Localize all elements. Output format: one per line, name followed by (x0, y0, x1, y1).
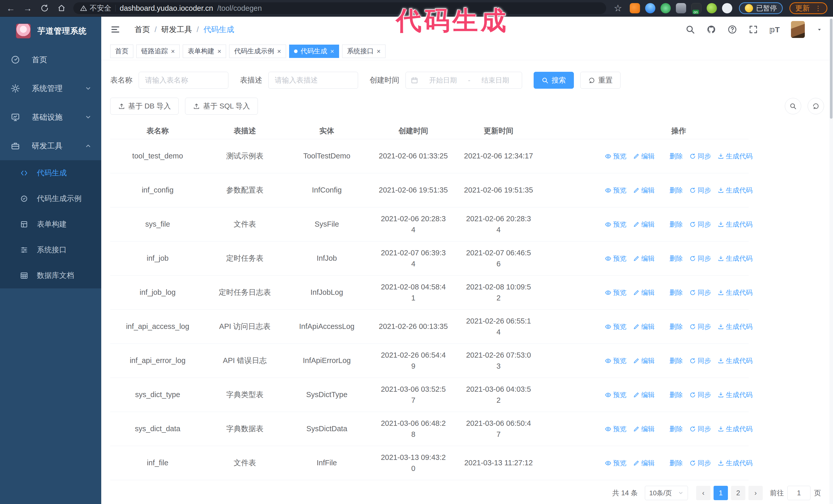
action-edit-link[interactable]: 编辑 (633, 151, 654, 161)
breadcrumb-item[interactable]: 首页 (135, 24, 150, 35)
caret-down-icon[interactable] (816, 26, 823, 33)
bookmark-star-icon[interactable]: ☆ (613, 3, 623, 14)
action-sync-link[interactable]: 同步 (689, 458, 711, 468)
toggle-search-button[interactable] (785, 98, 801, 114)
sidebar-submenu-item[interactable]: 代码生成 (0, 160, 101, 186)
create-time-range-picker[interactable]: 开始日期 - 结束日期 (405, 72, 522, 89)
extension-icon[interactable] (661, 3, 671, 13)
scrollbar-thumb[interactable] (830, 19, 832, 119)
action-sync-link[interactable]: 同步 (689, 390, 711, 400)
help-icon[interactable] (728, 25, 737, 34)
close-icon[interactable]: × (330, 48, 334, 55)
action-eye-link[interactable]: 预览 (605, 254, 626, 264)
action-edit-link[interactable]: 编辑 (633, 219, 654, 230)
close-icon[interactable]: × (171, 48, 175, 55)
action-eye-link[interactable]: 预览 (605, 219, 626, 230)
next-page-button[interactable]: › (748, 486, 763, 500)
extension-icon[interactable] (676, 3, 686, 13)
fullscreen-icon[interactable] (748, 25, 758, 34)
action-sync-link[interactable]: 同步 (689, 322, 711, 332)
extension-icon[interactable] (630, 3, 640, 13)
import-sql-button[interactable]: 基于 SQL 导入 (185, 98, 258, 115)
extension-icon[interactable] (645, 3, 656, 13)
textsize-icon[interactable]: 𝕡T (769, 25, 780, 34)
page-button-2[interactable]: 2 (731, 486, 745, 500)
table-desc-input[interactable] (268, 72, 358, 89)
github-icon[interactable] (706, 25, 716, 34)
sidebar-submenu-item[interactable]: 数据库文档 (0, 263, 101, 288)
import-db-button[interactable]: 基于 DB 导入 (110, 98, 178, 115)
close-icon[interactable]: × (377, 48, 381, 55)
search-icon[interactable] (685, 25, 695, 34)
action-eye-link[interactable]: 预览 (605, 288, 626, 297)
refresh-table-button[interactable] (808, 98, 824, 114)
action-delete-link[interactable]: 删除 (661, 185, 683, 195)
browser-menu-icon[interactable]: ⋮ (815, 4, 822, 12)
action-download-link[interactable]: 生成代码 (718, 254, 753, 264)
breadcrumb-item[interactable]: 研发工具 (161, 24, 192, 35)
action-eye-link[interactable]: 预览 (605, 424, 626, 434)
action-eye-link[interactable]: 预览 (605, 356, 626, 366)
action-delete-link[interactable]: 删除 (661, 356, 683, 366)
action-delete-link[interactable]: 删除 (661, 288, 683, 297)
action-sync-link[interactable]: 同步 (689, 254, 711, 264)
action-eye-link[interactable]: 预览 (605, 458, 626, 468)
sidebar-logo[interactable]: 芋道管理系统 (0, 17, 101, 45)
action-download-link[interactable]: 生成代码 (718, 322, 753, 332)
action-download-link[interactable]: 生成代码 (718, 390, 753, 400)
action-download-link[interactable]: 生成代码 (718, 185, 753, 195)
page-button-1[interactable]: 1 (714, 486, 728, 500)
action-sync-link[interactable]: 同步 (689, 424, 711, 434)
action-download-link[interactable]: 生成代码 (718, 288, 753, 297)
action-delete-link[interactable]: 删除 (661, 458, 683, 468)
reload-icon[interactable] (40, 4, 50, 13)
action-download-link[interactable]: 生成代码 (718, 219, 753, 230)
tab[interactable]: 代码生成示例 × (229, 45, 286, 58)
tab[interactable]: 链路追踪 × (136, 45, 180, 58)
sidebar-submenu-item[interactable]: 表单构建 (0, 212, 101, 237)
search-button[interactable]: 搜索 (533, 72, 574, 89)
action-delete-link[interactable]: 删除 (661, 322, 683, 332)
action-edit-link[interactable]: 编辑 (633, 254, 654, 264)
extension-icon[interactable] (707, 3, 717, 13)
tab[interactable]: 表单构建 × (183, 45, 226, 58)
goto-page-input[interactable] (787, 486, 810, 500)
action-edit-link[interactable]: 编辑 (633, 390, 654, 400)
profile-paused-chip[interactable]: 已暂停 (739, 2, 783, 14)
action-edit-link[interactable]: 编辑 (633, 356, 654, 366)
action-edit-link[interactable]: 编辑 (633, 288, 654, 297)
action-sync-link[interactable]: 同步 (689, 356, 711, 366)
close-icon[interactable]: × (277, 48, 281, 55)
sidebar-menu-item[interactable]: 研发工具 (0, 131, 101, 160)
action-eye-link[interactable]: 预览 (605, 185, 626, 195)
browser-home-icon[interactable] (56, 4, 67, 13)
action-delete-link[interactable]: 删除 (661, 424, 683, 434)
action-edit-link[interactable]: 编辑 (633, 322, 654, 332)
browser-update-button[interactable]: 更新 ⋮ (789, 2, 827, 14)
action-sync-link[interactable]: 同步 (689, 185, 711, 195)
puzzle-extension-icon[interactable] (722, 3, 732, 13)
page-size-select[interactable]: 10条/页 (645, 486, 688, 500)
action-edit-link[interactable]: 编辑 (633, 424, 654, 434)
address-bar[interactable]: 不安全 dashboard.yudao.iocoder.cn/tool/code… (73, 2, 606, 14)
sidebar-submenu-item[interactable]: 代码生成示例 (0, 186, 101, 212)
user-avatar[interactable] (791, 21, 805, 38)
action-sync-link[interactable]: 同步 (689, 219, 711, 230)
action-delete-link[interactable]: 删除 (661, 151, 683, 161)
forward-icon[interactable]: → (23, 3, 33, 13)
sidebar-menu-item[interactable]: 基础设施 (0, 103, 101, 131)
action-download-link[interactable]: 生成代码 (718, 356, 753, 366)
action-eye-link[interactable]: 预览 (605, 322, 626, 332)
action-edit-link[interactable]: 编辑 (633, 458, 654, 468)
action-delete-link[interactable]: 删除 (661, 254, 683, 264)
action-edit-link[interactable]: 编辑 (633, 185, 654, 195)
back-icon[interactable]: ← (6, 3, 16, 13)
action-download-link[interactable]: 生成代码 (718, 458, 753, 468)
tab[interactable]: 代码生成 × (289, 45, 339, 58)
action-sync-link[interactable]: 同步 (689, 151, 711, 161)
sidebar-menu-item[interactable]: 首页 (0, 45, 101, 74)
sidebar-submenu-item[interactable]: 系统接口 (0, 237, 101, 263)
action-delete-link[interactable]: 删除 (661, 219, 683, 230)
sidebar-toggle-icon[interactable] (110, 24, 120, 34)
tab[interactable]: 首页 × (110, 45, 133, 58)
